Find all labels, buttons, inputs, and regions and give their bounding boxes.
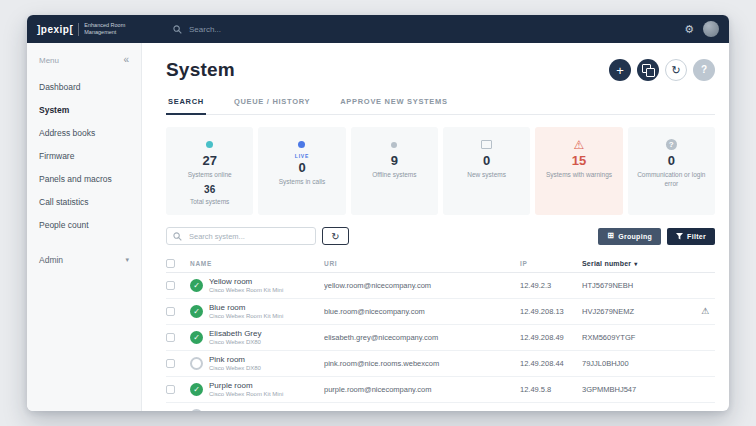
select-all-checkbox[interactable]	[166, 259, 175, 268]
filter-label: Filter	[687, 233, 706, 240]
backdrop: ]pexip[ Enhanced Room Management ⚙ Menu	[0, 0, 756, 426]
stat-card-new-systems[interactable]: 0 New systems	[443, 127, 530, 215]
cell-ip: 12.49.208.49	[520, 333, 582, 342]
stat-card-systems-online[interactable]: 27 Systems online 36 Total systems	[166, 127, 253, 215]
sidebar-item-dashboard[interactable]: Dashboard	[27, 75, 141, 98]
cell-ip: 12.49.2.3	[520, 281, 582, 290]
sidebar-item-address-books[interactable]: Address books	[27, 121, 141, 144]
sidebar-item-system[interactable]: System	[27, 98, 141, 121]
sidebar-item-label: Address books	[39, 128, 95, 138]
topbar-right: ⚙	[684, 21, 719, 37]
stat-card-offline-systems[interactable]: 9 Offline systems	[351, 127, 438, 215]
row-checkbox[interactable]	[166, 333, 175, 342]
cell-uri: pink.room@nice.rooms.webexcom	[324, 359, 520, 368]
stat-secondary-value: 36	[170, 184, 249, 195]
layers-button[interactable]	[637, 59, 659, 81]
system-model: Cisco Webex DX80	[209, 339, 261, 347]
stat-icon	[355, 138, 434, 151]
sidebar-item-label: System	[39, 105, 69, 115]
global-search[interactable]	[173, 24, 684, 35]
stat-value: 0	[447, 153, 526, 168]
grid-icon: ⊞	[607, 232, 614, 240]
stat-value: 15	[539, 153, 618, 168]
cell-name: Elisabeth Grey Cisco Webex DX80	[190, 329, 324, 346]
chevron-down-icon: ▾	[125, 256, 129, 264]
help-button[interactable]	[693, 59, 715, 81]
row-checkbox[interactable]	[166, 281, 175, 290]
sidebar-item-label: People count	[39, 220, 89, 230]
table-search[interactable]	[166, 227, 316, 245]
pexip-logo: ]pexip[	[37, 24, 73, 35]
sidebar-item-call-statistics[interactable]: Call statistics	[27, 190, 141, 213]
sidebar-item-panels-and-macros[interactable]: Panels and macros	[27, 167, 141, 190]
tab-approve-new-systems[interactable]: APPROVE NEW SYSTEMS	[338, 89, 449, 115]
settings-gear-icon[interactable]: ⚙	[684, 24, 694, 35]
status-icon	[190, 279, 203, 292]
stat-label: Communication or login error	[632, 170, 711, 188]
system-name: Purple room	[209, 381, 283, 391]
page-actions	[609, 59, 715, 81]
table-row[interactable]: Purple room Cisco Webex Room Kit Mini pu…	[166, 377, 715, 403]
cell-name: Purple room Cisco Webex Room Kit Mini	[190, 381, 324, 398]
cell-name: Blue room Cisco Webex Room Kit Mini	[190, 303, 324, 320]
table-row[interactable]: Toby Stone toby.stone@nicecompany.com 10…	[166, 403, 715, 411]
cell-serial: HTJ5679NEBH	[582, 281, 697, 290]
stat-icon	[262, 138, 341, 151]
sidebar-item-label: Dashboard	[39, 82, 81, 92]
brand: ]pexip[ Enhanced Room Management	[37, 22, 155, 36]
search-icon	[173, 232, 182, 241]
sidebar-item-admin[interactable]: Admin ▾	[27, 248, 141, 271]
cell-uri: blue.room@nicecompany.com	[324, 307, 520, 316]
sidebar-item-label: Call statistics	[39, 197, 89, 207]
sidebar-item-people-count[interactable]: People count	[27, 213, 141, 236]
system-model: Cisco Webex Room Kit Mini	[209, 313, 283, 321]
systems-table: NAME URI IP Serial number ▾	[166, 255, 715, 411]
row-checkbox[interactable]	[166, 359, 175, 368]
cell-warning: ⚠	[697, 307, 715, 316]
cell-ip: 12.49.208.13	[520, 307, 582, 316]
tabs: SEARCH QUEUE / HISTORY APPROVE NEW SYSTE…	[166, 89, 715, 115]
app-window: ]pexip[ Enhanced Room Management ⚙ Menu	[27, 15, 729, 411]
system-name: Blue room	[209, 303, 283, 313]
stat-card-systems-in-calls[interactable]: LIVE 0 Systems in calls	[258, 127, 345, 215]
table-row[interactable]: Pink room Cisco Webex DX80 pink.room@nic…	[166, 351, 715, 377]
plus-button[interactable]	[609, 59, 631, 81]
system-name: Yellow room	[209, 277, 283, 287]
sort-arrow-icon: ▾	[634, 260, 637, 267]
column-header-uri[interactable]: URI	[324, 260, 520, 267]
stat-secondary-label: Total systems	[170, 197, 249, 206]
collapse-sidebar-icon[interactable]: «	[123, 55, 129, 65]
sidebar-item-firmware[interactable]: Firmware	[27, 144, 141, 167]
status-icon	[190, 357, 203, 370]
stat-card-systems-with-warnings[interactable]: 15 Systems with warnings	[535, 127, 622, 215]
global-search-input[interactable]	[187, 24, 411, 35]
table-row[interactable]: Elisabeth Grey Cisco Webex DX80 elisabet…	[166, 325, 715, 351]
filter-button[interactable]: Filter	[667, 228, 715, 245]
tab-queue-history[interactable]: QUEUE / HISTORY	[232, 89, 312, 115]
table-row[interactable]: Yellow room Cisco Webex Room Kit Mini ye…	[166, 273, 715, 299]
tab-search[interactable]: SEARCH	[166, 89, 206, 115]
row-checkbox[interactable]	[166, 307, 175, 316]
column-header-serial[interactable]: Serial number ▾	[582, 260, 697, 267]
stat-icon	[632, 138, 711, 151]
refresh-button[interactable]	[665, 59, 687, 81]
table-header: NAME URI IP Serial number ▾	[166, 255, 715, 273]
table-row[interactable]: Blue room Cisco Webex Room Kit Mini blue…	[166, 299, 715, 325]
stat-card-communication-or-login-error[interactable]: 0 Communication or login error	[628, 127, 715, 215]
status-icon	[190, 331, 203, 344]
sidebar-nav: Dashboard System Address books Firmware	[27, 75, 141, 271]
stat-label: Systems online	[170, 170, 249, 179]
stat-label: Systems in calls	[262, 177, 341, 186]
user-avatar[interactable]	[703, 21, 719, 37]
stat-icon	[539, 138, 618, 151]
table-search-input[interactable]	[187, 231, 309, 242]
system-name: Elisabeth Grey	[209, 329, 261, 339]
column-header-ip[interactable]: IP	[520, 260, 582, 267]
stat-icon	[447, 138, 526, 151]
grouping-button[interactable]: ⊞ Grouping	[598, 228, 661, 245]
refresh-table-button[interactable]: ↻	[322, 227, 349, 245]
status-icon	[190, 409, 203, 411]
row-checkbox[interactable]	[166, 385, 175, 394]
column-header-name[interactable]: NAME	[190, 260, 324, 267]
stat-value: 27	[170, 153, 249, 168]
